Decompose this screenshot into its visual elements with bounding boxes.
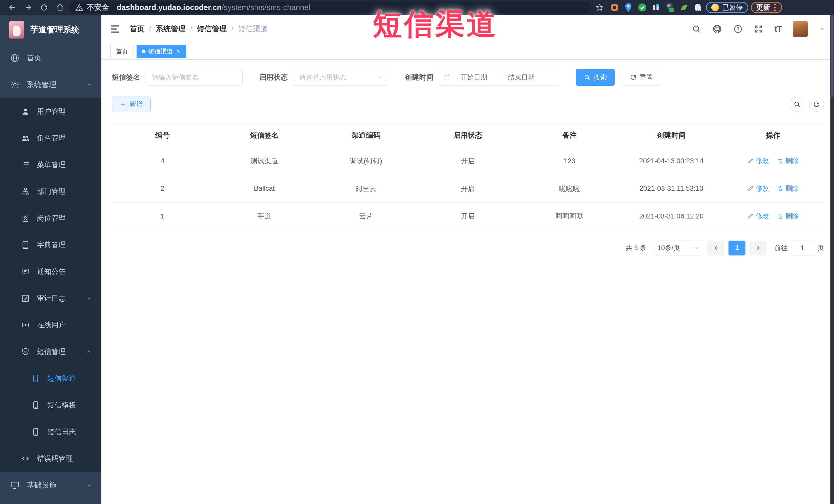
delete-label: 删除 [786, 156, 799, 165]
edit-link[interactable]: 修改 [747, 212, 769, 221]
kebab-menu-icon [773, 4, 777, 11]
user-icon [21, 107, 30, 116]
status-select-input[interactable] [293, 69, 388, 86]
extension-leaf[interactable] [678, 2, 689, 13]
date-range-picker[interactable]: - [439, 69, 559, 86]
sidebar-item-online-users[interactable]: 在线用户 [0, 312, 102, 338]
sidebar-item-dict-management[interactable]: 字典管理 [0, 232, 102, 258]
sign-input[interactable] [146, 69, 243, 86]
delete-link[interactable]: 删除 [777, 184, 799, 193]
announcement-icon [21, 267, 30, 276]
sidebar-item-department-management[interactable]: 部门管理 [0, 178, 102, 205]
paused-extension-badge[interactable]: 已暂停 [706, 2, 748, 13]
toggle-search-button[interactable] [790, 97, 805, 112]
browser-scrollbar[interactable] [830, 15, 834, 504]
browser-home-button[interactable] [53, 2, 67, 13]
extension-dark-badge[interactable] [664, 2, 676, 13]
breadcrumb-item[interactable]: 短信管理 [197, 24, 227, 34]
goto-page-input[interactable] [791, 241, 814, 256]
sidebar-item-label: 系统管理 [27, 80, 57, 90]
hamburger-icon[interactable] [110, 24, 120, 34]
sidebar-item-label: 基础设施 [27, 480, 57, 490]
fullscreen-icon[interactable] [754, 24, 763, 34]
col-header-sign: 短信签名 [213, 124, 315, 147]
extension-green-check[interactable] [637, 2, 648, 13]
sidebar-item-user-management[interactable]: 用户管理 [0, 98, 102, 125]
broadcast-icon [21, 321, 30, 329]
sidebar-item-home[interactable]: 首页 [0, 45, 102, 71]
start-date-input[interactable] [453, 70, 495, 85]
status-select[interactable] [293, 69, 388, 86]
delete-link[interactable]: 删除 [777, 212, 799, 221]
bookmark-star-button[interactable] [593, 2, 606, 13]
font-size-icon[interactable]: tT [774, 24, 782, 34]
dark-badge-icon [665, 2, 675, 13]
tab-sms-channel[interactable]: 短信渠道 [136, 45, 186, 58]
chevron-right-icon [755, 245, 761, 251]
phone-icon [31, 401, 40, 410]
delete-label: 删除 [786, 184, 799, 193]
chevron-down-icon [693, 245, 700, 251]
browser-forward-button[interactable] [22, 2, 35, 13]
close-icon[interactable] [175, 48, 181, 54]
breadcrumb-item[interactable]: 首页 [130, 24, 145, 34]
sidebar-item-post-management[interactable]: 岗位管理 [0, 205, 102, 232]
cell-status: 开启 [417, 175, 519, 202]
browser-update-menu-button[interactable]: 更新 [751, 2, 782, 13]
rabbit-logo-icon [9, 21, 24, 39]
id-badge-icon [21, 214, 30, 223]
browser-reload-button[interactable] [38, 2, 51, 13]
app-logo[interactable]: 芋道管理系统 [0, 15, 102, 45]
breadcrumb-item-current: 短信渠道 [238, 24, 268, 34]
chevron-up-icon [86, 81, 93, 88]
sidebar-item-audit-log[interactable]: 审计日志 [0, 285, 102, 312]
ghost-icon [694, 3, 702, 12]
browser-back-button[interactable] [6, 2, 19, 13]
sidebar-item-sms-log[interactable]: 短信日志 [0, 418, 102, 445]
add-button[interactable]: 新增 [112, 96, 151, 112]
extension-orange-ring[interactable] [609, 2, 620, 13]
delete-link[interactable]: 删除 [777, 156, 799, 165]
search-button[interactable]: 搜索 [576, 69, 615, 86]
search-icon[interactable] [692, 24, 701, 34]
sidebar-item-label: 字典管理 [37, 240, 66, 250]
phone-icon [31, 428, 40, 436]
sidebar-item-sms-channel[interactable]: 短信渠道 [0, 365, 102, 392]
extension-location-pin[interactable] [623, 2, 634, 13]
sidebar-item-sms-management[interactable]: 短信管理 [0, 338, 102, 365]
help-icon[interactable] [733, 24, 743, 34]
sidebar-item-role-management[interactable]: 角色管理 [0, 125, 102, 152]
sidebar-item-system-management[interactable]: 系统管理 [0, 71, 102, 98]
sidebar-item-infrastructure[interactable]: 基础设施 [0, 472, 102, 499]
breadcrumb-separator: / [149, 25, 151, 33]
end-date-input[interactable] [501, 70, 542, 85]
sidebar-item-menu-management[interactable]: 菜单管理 [0, 152, 102, 178]
sidebar-item-notice-announcement[interactable]: 通知公告 [0, 258, 102, 285]
user-avatar[interactable] [793, 21, 808, 37]
search-icon [584, 74, 590, 81]
caret-down-icon[interactable] [819, 26, 825, 32]
extension-ghost[interactable] [692, 2, 703, 13]
github-icon[interactable] [712, 24, 722, 34]
page-number-current[interactable]: 1 [728, 241, 745, 256]
next-page-button[interactable] [749, 241, 767, 256]
sidebar-item-sms-template[interactable]: 短信模板 [0, 392, 102, 418]
address-bar[interactable]: 不安全 dashboard.yudao.iocoder.cn/system/sm… [69, 2, 590, 13]
extension-columns[interactable] [651, 2, 662, 13]
sidebar-item-error-code-management[interactable]: 错误码管理 [0, 445, 102, 472]
prev-page-button[interactable] [707, 241, 724, 256]
edit-link[interactable]: 修改 [747, 184, 769, 193]
page-size-select[interactable]: 10条/页 [653, 241, 703, 256]
refresh-table-button[interactable] [809, 97, 824, 112]
pin-icon [624, 3, 632, 12]
tab-home[interactable]: 首页 [110, 45, 133, 58]
toolbar-right [790, 97, 824, 112]
cell-code: 调试(钉钉) [315, 147, 417, 175]
breadcrumb-item[interactable]: 系统管理 [156, 24, 185, 34]
cell-remark: 123 [519, 147, 620, 175]
chevron-left-icon [713, 245, 719, 251]
edit-link[interactable]: 修改 [747, 156, 769, 165]
reset-button[interactable]: 重置 [622, 69, 661, 86]
scrollbar-thumb[interactable] [831, 15, 833, 97]
refresh-icon [813, 101, 820, 108]
